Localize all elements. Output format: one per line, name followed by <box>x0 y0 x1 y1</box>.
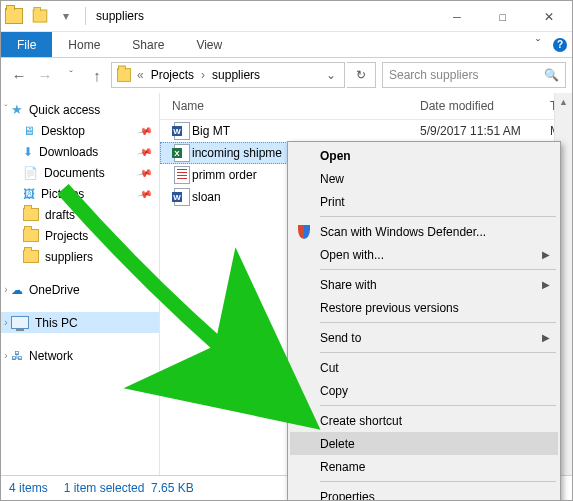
file-date: 5/9/2017 11:51 AM <box>420 124 550 138</box>
menu-item-open-with[interactable]: Open with...▶ <box>290 243 558 266</box>
tab-home[interactable]: Home <box>52 32 116 57</box>
qat-dropdown-icon[interactable]: ▾ <box>57 7 75 25</box>
pin-icon: 📌 <box>137 186 153 202</box>
folder-icon <box>23 229 39 242</box>
sidebar-item-downloads[interactable]: ⬇Downloads📌 <box>1 141 159 162</box>
folder-icon <box>23 250 39 263</box>
this-pc-header[interactable]: ›This PC <box>1 312 159 333</box>
menu-label: Share with <box>320 278 377 292</box>
address-dropdown-icon[interactable]: ⌄ <box>322 68 340 82</box>
menu-item-restore-previous-versions[interactable]: Restore previous versions <box>290 296 558 319</box>
recent-dropdown[interactable]: ˇ <box>59 63 83 87</box>
forward-button[interactable]: → <box>33 63 57 87</box>
menu-item-open[interactable]: Open <box>290 144 558 167</box>
menu-item-properties[interactable]: Properties <box>290 485 558 501</box>
menu-item-copy[interactable]: Copy <box>290 379 558 402</box>
maximize-button[interactable]: ☐ <box>480 1 526 31</box>
refresh-button[interactable]: ↻ <box>347 62 376 88</box>
help-button[interactable]: ? <box>548 32 572 57</box>
menu-label: Copy <box>320 384 348 398</box>
menu-label: Rename <box>320 460 365 474</box>
chevron-right-icon: ▶ <box>542 249 550 260</box>
menu-separator <box>320 269 556 270</box>
menu-separator <box>320 481 556 482</box>
menu-item-send-to[interactable]: Send to▶ <box>290 326 558 349</box>
sidebar-item-documents[interactable]: 📄Documents📌 <box>1 162 159 183</box>
search-icon: 🔍 <box>544 68 559 82</box>
menu-label: Print <box>320 195 345 209</box>
sidebar-item-suppliers[interactable]: suppliers <box>1 246 159 267</box>
menu-label: Properties <box>320 490 375 502</box>
navigation-pane: ˇ ★ Quick access 🖥Desktop📌 ⬇Downloads📌 📄… <box>1 93 160 476</box>
desktop-icon: 🖥 <box>23 124 35 138</box>
quick-access-header[interactable]: ˇ ★ Quick access <box>1 99 159 120</box>
help-icon: ? <box>553 38 567 52</box>
search-input[interactable]: Search suppliers 🔍 <box>382 62 566 88</box>
chevron-right-icon: › <box>1 284 11 295</box>
breadcrumb[interactable]: suppliers <box>210 68 262 82</box>
menu-label: Send to <box>320 331 361 345</box>
menu-item-delete[interactable]: Delete <box>290 432 558 455</box>
menu-separator <box>320 322 556 323</box>
excel-file-icon <box>172 144 192 162</box>
menu-item-share-with[interactable]: Share with▶ <box>290 273 558 296</box>
file-row[interactable]: Big MT5/9/2017 11:51 AMMi <box>160 120 572 142</box>
menu-separator <box>320 352 556 353</box>
menu-item-print[interactable]: Print <box>290 190 558 213</box>
network-header[interactable]: ›🖧Network <box>1 345 159 366</box>
back-button[interactable]: ← <box>7 63 31 87</box>
pictures-icon: 🖼 <box>23 187 35 201</box>
ribbon-expand-icon[interactable]: ˇ <box>528 32 548 57</box>
nav-label: Quick access <box>29 103 100 117</box>
word-file-icon <box>172 188 192 206</box>
breadcrumb[interactable]: Projects <box>149 68 196 82</box>
file-tab[interactable]: File <box>1 32 52 57</box>
onedrive-header[interactable]: ›☁OneDrive <box>1 279 159 300</box>
pin-icon: 📌 <box>137 123 153 139</box>
tab-share[interactable]: Share <box>116 32 180 57</box>
sidebar-item-projects[interactable]: Projects <box>1 225 159 246</box>
menu-item-cut[interactable]: Cut <box>290 356 558 379</box>
quick-access-toolbar-icon[interactable] <box>31 7 49 25</box>
menu-item-scan-with-windows-defender[interactable]: Scan with Windows Defender... <box>290 220 558 243</box>
download-icon: ⬇ <box>23 145 33 159</box>
address-toolbar: ← → ˇ ↑ « Projects › suppliers ⌄ ↻ Searc… <box>1 58 572 92</box>
tab-view[interactable]: View <box>180 32 238 57</box>
pin-icon: 📌 <box>137 144 153 160</box>
file-name: Big MT <box>192 124 420 138</box>
sidebar-item-pictures[interactable]: 🖼Pictures📌 <box>1 183 159 204</box>
chevron-right-icon: › <box>1 350 11 361</box>
menu-label: Cut <box>320 361 339 375</box>
menu-item-new[interactable]: New <box>290 167 558 190</box>
up-button[interactable]: ↑ <box>85 63 109 87</box>
chevron-right-icon: ▶ <box>542 279 550 290</box>
status-selection: 1 item selected 7.65 KB <box>64 481 194 495</box>
star-icon: ★ <box>11 102 23 117</box>
menu-label: Create shortcut <box>320 414 402 428</box>
chevron-right-icon[interactable]: › <box>198 68 208 82</box>
column-date[interactable]: Date modified <box>420 99 550 113</box>
minimize-button[interactable]: — <box>434 1 480 31</box>
menu-label: Delete <box>320 437 355 451</box>
close-button[interactable]: ✕ <box>526 1 572 31</box>
sidebar-item-drafts[interactable]: drafts <box>1 204 159 225</box>
context-menu: OpenNewPrintScan with Windows Defender..… <box>287 141 561 501</box>
menu-item-rename[interactable]: Rename <box>290 455 558 478</box>
menu-separator <box>320 216 556 217</box>
separator <box>85 7 86 25</box>
chevron-down-icon: ˇ <box>1 104 11 115</box>
pc-icon <box>11 316 29 329</box>
column-name[interactable]: Name <box>172 99 420 113</box>
chevron-right-icon: ▶ <box>542 332 550 343</box>
network-icon: 🖧 <box>11 349 23 363</box>
shield-icon <box>296 225 312 239</box>
chevron-icon[interactable]: « <box>134 68 147 82</box>
status-item-count: 4 items <box>9 481 48 495</box>
sidebar-item-desktop[interactable]: 🖥Desktop📌 <box>1 120 159 141</box>
menu-label: Open <box>320 149 351 163</box>
folder-icon <box>116 67 132 83</box>
menu-item-create-shortcut[interactable]: Create shortcut <box>290 409 558 432</box>
scroll-up-icon[interactable]: ▲ <box>555 93 572 110</box>
address-bar[interactable]: « Projects › suppliers ⌄ <box>111 62 345 88</box>
folder-icon <box>23 208 39 221</box>
